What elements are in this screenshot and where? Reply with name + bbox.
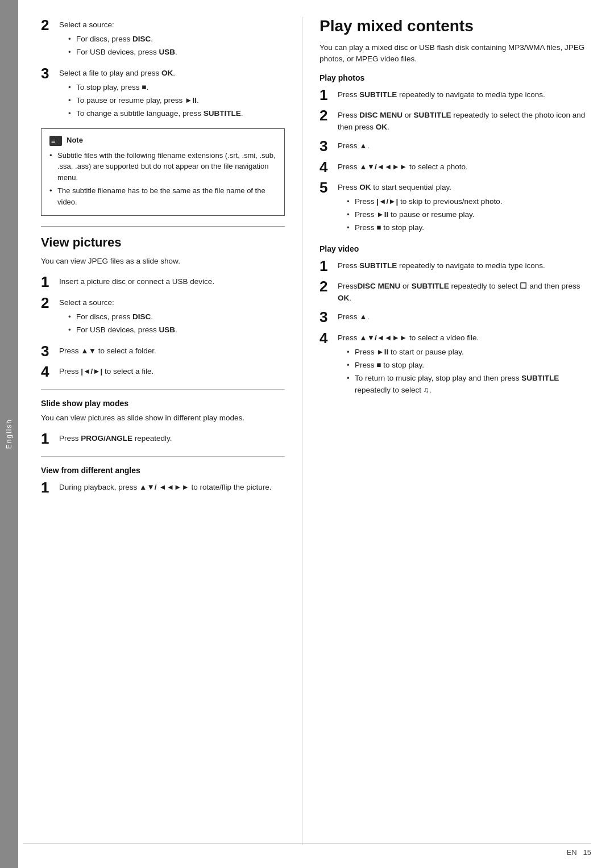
ss-step-number-1: 1 xyxy=(41,431,59,447)
va-step-number-1: 1 xyxy=(41,479,59,496)
pv-step-1-text: Press SUBTITLE repeatedly to navigate to… xyxy=(338,261,545,270)
bullet-pause: To pause or resume play, press ►II. xyxy=(68,95,285,107)
slideshow-intro: You can view pictures as slide show in d… xyxy=(41,412,285,424)
pp-step-number-4: 4 xyxy=(320,159,338,176)
vp-step-3-text: Press ▲▼ to select a folder. xyxy=(59,347,156,355)
note-item-1: Subtitle files with the following filena… xyxy=(49,150,276,183)
pv-step-number-2: 2 xyxy=(320,278,338,295)
step-2-bullets: For discs, press DISC. For USB devices, … xyxy=(68,34,285,59)
pp-step-1: 1 Press SUBTITLE repeatedly to navigate … xyxy=(320,87,591,103)
step-3-label: Select a file to play and press OK. xyxy=(59,69,175,77)
va-step-1: 1 During playback, press ▲▼/ ◄◄►► to rot… xyxy=(41,479,285,496)
pp-step-number-2: 2 xyxy=(320,107,338,124)
vp-bullet-disc: For discs, press DISC. xyxy=(68,311,285,323)
bullet-stop: To stop play, press ■. xyxy=(68,82,285,94)
pp-bullet-pause: Press ►II to pause or resume play. xyxy=(347,209,591,221)
vp-step-2: 2 Select a source: For discs, press DISC… xyxy=(41,295,285,339)
pv-step-4-text: Press ▲▼/◄◄►► to select a video file. xyxy=(338,333,479,342)
pp-step-3-text: Press ▲. xyxy=(338,141,369,150)
divider-angles xyxy=(41,456,285,457)
pp-step-number-1: 1 xyxy=(320,87,338,103)
pp-step-2: 2 Press DISC MENU or SUBTITLE repeatedly… xyxy=(320,107,591,133)
pv-step-number-4: 4 xyxy=(320,330,338,347)
angles-title: View from different angles xyxy=(41,466,285,475)
pv-bullet-stop: Press ■ to stop play. xyxy=(347,360,591,372)
vp-step-1-text: Insert a picture disc or connect a USB d… xyxy=(59,277,214,286)
pv-bullet-return: To return to music play, stop play and t… xyxy=(347,373,591,397)
pv-step-3: 3 Press ▲. xyxy=(320,309,591,326)
vp-bullet-usb: For USB devices, press USB. xyxy=(68,324,285,336)
bullet-usb: For USB devices, press USB. xyxy=(68,47,285,59)
pp-step-3: 3 Press ▲. xyxy=(320,138,591,155)
pv-step-number-1: 1 xyxy=(320,258,338,274)
slideshow-title: Slide show play modes xyxy=(41,399,285,408)
pv-step-4: 4 Press ▲▼/◄◄►► to select a video file. … xyxy=(320,330,591,399)
va-step-1-text: During playback, press ▲▼/ ◄◄►► to rotat… xyxy=(59,483,272,491)
vp-step-2-text: Select a source: xyxy=(59,298,114,307)
pv-bullet-start: Press ►II to start or pause play. xyxy=(347,347,591,358)
step-2-source: 2 Select a source: For discs, press DISC… xyxy=(41,17,285,61)
step-3-file: 3 Select a file to play and press OK. To… xyxy=(41,65,285,122)
page-footer: EN 15 xyxy=(23,843,591,857)
pp-step-5-bullets: Press |◄/►| to skip to previous/next pho… xyxy=(347,196,591,234)
right-column: Play mixed contents You can play a mixed… xyxy=(302,17,591,845)
step-number-3: 3 xyxy=(41,65,59,82)
left-column: 2 Select a source: For discs, press DISC… xyxy=(41,17,302,845)
vp-step-4: 4 Press |◄/►| to select a file. xyxy=(41,364,285,380)
vp-step-3: 3 Press ▲▼ to select a folder. xyxy=(41,343,285,360)
pv-step-number-3: 3 xyxy=(320,309,338,326)
bullet-disc: For discs, press DISC. xyxy=(68,34,285,45)
pp-step-2-text: Press DISC MENU or SUBTITLE repeatedly t… xyxy=(338,111,585,131)
note-header: Note xyxy=(49,135,276,146)
note-icon xyxy=(49,136,62,146)
pp-step-number-5: 5 xyxy=(320,180,338,196)
vp-step-2-bullets: For discs, press DISC. For USB devices, … xyxy=(68,311,285,336)
play-photos-subtitle: Play photos xyxy=(320,73,591,82)
pv-step-1: 1 Press SUBTITLE repeatedly to navigate … xyxy=(320,258,591,274)
pv-step-2: 2 PressDISC MENU or SUBTITLE repeatedly … xyxy=(320,278,591,304)
pp-step-4-text: Press ▲▼/◄◄►► to select a photo. xyxy=(338,162,468,171)
step-number-2: 2 xyxy=(41,17,59,34)
note-item-2: The subtitle filename has to be the same… xyxy=(49,185,276,207)
step-2-label: Select a source: xyxy=(59,20,114,29)
vp-step-number-2: 2 xyxy=(41,295,59,311)
pv-step-4-bullets: Press ►II to start or pause play. Press … xyxy=(347,347,591,397)
note-box: Note Subtitle files with the following f… xyxy=(41,128,285,216)
pv-step-2-text: PressDISC MENU or SUBTITLE repeatedly to… xyxy=(338,282,580,302)
pv-step-3-text: Press ▲. xyxy=(338,312,369,321)
pp-step-number-3: 3 xyxy=(320,138,338,155)
pp-bullet-stop: Press ■ to stop play. xyxy=(347,222,591,234)
vp-step-number-3: 3 xyxy=(41,343,59,360)
note-title: Note xyxy=(67,135,83,146)
play-mixed-intro: You can play a mixed disc or USB flash d… xyxy=(320,42,591,65)
vp-step-4-text: Press |◄/►| to select a file. xyxy=(59,367,154,375)
vp-step-1: 1 Insert a picture disc or connect a USB… xyxy=(41,274,285,290)
ss-step-1: 1 Press PROG/ANGLE repeatedly. xyxy=(41,431,285,447)
play-mixed-title: Play mixed contents xyxy=(320,17,591,35)
language-label: English xyxy=(5,419,13,449)
pp-bullet-skip: Press |◄/►| to skip to previous/next pho… xyxy=(347,196,591,208)
footer-lang: EN 15 xyxy=(567,848,591,857)
pp-step-5-text: Press OK to start sequential play. xyxy=(338,183,451,191)
step-3-bullets: To stop play, press ■. To pause or resum… xyxy=(68,82,285,120)
vp-step-number-4: 4 xyxy=(41,364,59,380)
play-video-subtitle: Play video xyxy=(320,244,591,253)
pp-step-1-text: Press SUBTITLE repeatedly to navigate to… xyxy=(338,90,545,99)
note-list: Subtitle files with the following filena… xyxy=(49,150,276,208)
view-pictures-intro: You can view JPEG files as a slide show. xyxy=(41,256,285,267)
bullet-subtitle: To change a subtitle language, press SUB… xyxy=(68,108,285,120)
ss-step-1-text: Press PROG/ANGLE repeatedly. xyxy=(59,434,172,443)
vp-step-number-1: 1 xyxy=(41,274,59,290)
pp-step-5: 5 Press OK to start sequential play. Pre… xyxy=(320,180,591,236)
view-pictures-title: View pictures xyxy=(41,226,285,250)
divider-slideshow xyxy=(41,389,285,390)
pp-step-4: 4 Press ▲▼/◄◄►► to select a photo. xyxy=(320,159,591,176)
language-tab: English xyxy=(0,0,18,868)
